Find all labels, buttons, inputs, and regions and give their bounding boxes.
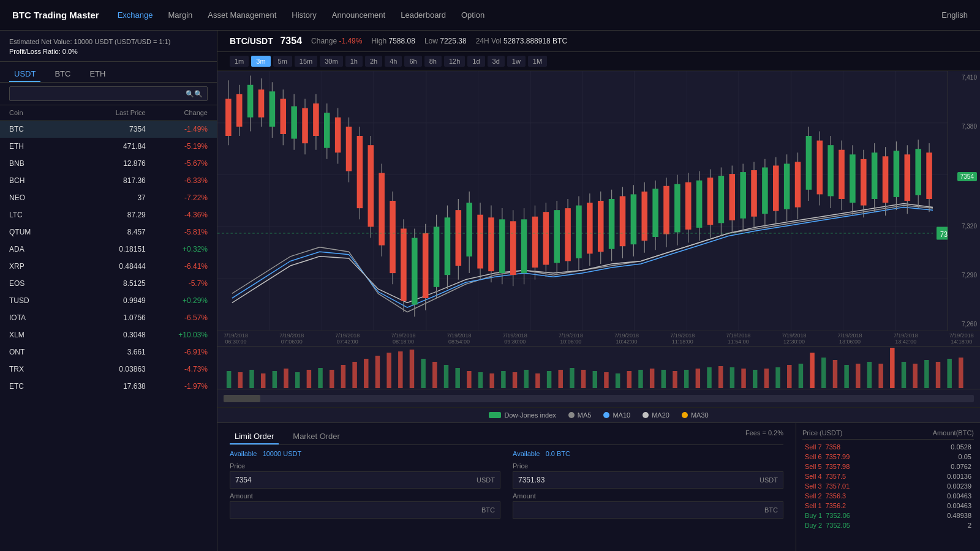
y-label-2: 7,380 [962, 123, 977, 130]
sell-amount-input[interactable] [513, 502, 760, 518]
ob-buy-price: 7352.05 [826, 522, 850, 529]
net-value-label: Estimated Net Value: 10000 USDT (USDT/US… [9, 37, 208, 48]
time-btn-15m[interactable]: 15m [295, 56, 317, 67]
change-label: Change -1.49% [311, 37, 362, 45]
coin-row[interactable]: NEO 37 -7.22% [0, 189, 217, 206]
coin-name: ADA [9, 245, 71, 253]
buy-price-input[interactable] [230, 472, 472, 488]
ob-sell-row[interactable]: Sell 57357.980.0762 [802, 462, 974, 471]
coin-row[interactable]: TUSD 0.9949 +0.29% [0, 292, 217, 309]
tab-market-order[interactable]: Market Order [288, 429, 345, 444]
time-btn-3d[interactable]: 3d [488, 56, 505, 67]
ob-sell-row[interactable]: Sell 17356.20.00463 [802, 501, 974, 511]
svg-rect-153 [238, 372, 243, 388]
ob-buy-row[interactable]: Buy 17352.060.48938 [802, 511, 974, 520]
coin-row[interactable]: ONT 3.661 -6.91% [0, 343, 217, 361]
tab-eth[interactable]: ETH [85, 67, 110, 82]
ob-buy-row[interactable]: Buy 27352.052 [802, 520, 974, 530]
sidebar-top: Estimated Net Value: 10000 USDT (USDT/US… [0, 31, 217, 62]
x-label: 7/19/2018 11:18:00 [670, 332, 695, 345]
coin-price: 0.9949 [71, 296, 146, 305]
time-btn-1w[interactable]: 1w [507, 56, 526, 67]
scroll-thumb[interactable] [224, 395, 260, 402]
time-btn-2h[interactable]: 2h [365, 56, 382, 67]
nav-margin[interactable]: Margin [168, 10, 193, 20]
language-selector[interactable]: English [941, 10, 968, 20]
tab-btc[interactable]: BTC [50, 67, 75, 82]
coin-row[interactable]: LTC 87.29 -4.36% [0, 206, 217, 223]
ob-sell-row[interactable]: Sell 773580.0528 [802, 442, 974, 452]
time-btn-8h[interactable]: 8h [424, 56, 442, 67]
time-btn-1m[interactable]: 1m [230, 56, 249, 67]
coin-name: NEO [9, 193, 71, 202]
coin-change: -4.73% [146, 365, 208, 373]
x-label: 7/19/2018 07:06:00 [279, 332, 304, 345]
time-btn-6h[interactable]: 6h [404, 56, 421, 67]
coin-row[interactable]: ETH 471.84 -5.19% [0, 138, 217, 155]
time-btn-3m[interactable]: 3m [251, 56, 270, 67]
coin-row[interactable]: BTC 7354 -1.49% [0, 121, 217, 138]
coin-row[interactable]: XLM 0.3048 +10.03% [0, 326, 217, 343]
nav-announcement[interactable]: Announcement [332, 10, 385, 20]
high-label: High 7588.08 [371, 37, 415, 45]
svg-rect-128 [817, 141, 823, 195]
tab-limit-order[interactable]: Limit Order [230, 429, 279, 444]
time-btn-4h[interactable]: 4h [385, 56, 402, 67]
tab-usdt[interactable]: USDT [9, 67, 40, 82]
header-coin: Coin [9, 109, 71, 116]
ma-item: MA20 [643, 411, 669, 419]
ob-sell-price: 7357.98 [826, 463, 850, 470]
time-btn-1h[interactable]: 1h [345, 56, 363, 67]
ob-sell-row[interactable]: Sell 37357.010.00239 [802, 481, 974, 491]
coin-row[interactable]: BNB 12.876 -5.67% [0, 155, 217, 172]
svg-rect-155 [261, 373, 265, 388]
ob-sell-amount: 0.0528 [951, 443, 971, 451]
scroll-track [224, 395, 974, 402]
svg-rect-158 [295, 372, 300, 388]
candlestick-chart[interactable]: 7354 [217, 71, 948, 331]
nav-option[interactable]: Option [461, 10, 484, 20]
coin-row[interactable]: XRP 0.48444 -6.41% [0, 258, 217, 275]
svg-rect-90 [609, 199, 615, 249]
buy-amount-input[interactable] [230, 502, 477, 518]
coin-name: XRP [9, 262, 71, 271]
nav-asset[interactable]: Asset Management [208, 10, 276, 20]
coin-row[interactable]: QTUM 8.457 -5.81% [0, 223, 217, 241]
search-input[interactable] [9, 86, 208, 101]
coin-row[interactable]: ADA 0.18151 +0.32% [0, 241, 217, 258]
time-btn-12h[interactable]: 12h [444, 56, 465, 67]
mini-scroll[interactable] [217, 389, 980, 407]
svg-rect-30 [281, 99, 287, 134]
svg-rect-201 [787, 365, 791, 388]
svg-rect-42 [346, 127, 352, 171]
time-buttons-bar: 1m3m5m15m30m1h2h4h6h8h12h1d3d1w1M [217, 52, 980, 71]
profit-ratio: Profit/Loss Ratio: 0.0% [9, 48, 208, 55]
time-btn-5m[interactable]: 5m [273, 56, 292, 67]
coin-row[interactable]: BCH 817.36 -6.33% [0, 172, 217, 189]
ob-sell-row[interactable]: Sell 27356.30.00463 [802, 491, 974, 501]
sell-amount-field: BTC [513, 501, 783, 519]
svg-rect-148 [926, 152, 932, 199]
svg-rect-104 [685, 182, 692, 230]
coin-row[interactable]: ETC 17.638 -1.97% [0, 378, 217, 395]
svg-rect-152 [227, 371, 231, 388]
content-area: BTC/USDT 7354 Change -1.49% High 7588.08… [217, 31, 980, 551]
svg-rect-215 [947, 359, 951, 388]
time-btn-1m[interactable]: 1M [528, 56, 547, 67]
nav-history[interactable]: History [292, 10, 316, 20]
svg-rect-118 [762, 167, 768, 214]
time-btn-30m[interactable]: 30m [320, 56, 342, 67]
coin-change: -6.91% [146, 348, 208, 356]
sell-available: Available 0.0 BTC [513, 450, 783, 457]
coin-name: LTC [9, 211, 71, 219]
nav-exchange[interactable]: Exchange [118, 10, 153, 20]
time-btn-1d[interactable]: 1d [467, 56, 484, 67]
ob-sell-row[interactable]: Sell 47357.50.00136 [802, 471, 974, 481]
ob-sell-row[interactable]: Sell 67357.990.05 [802, 452, 974, 462]
svg-rect-146 [915, 149, 921, 195]
coin-row[interactable]: IOTA 1.0756 -6.57% [0, 309, 217, 326]
coin-row[interactable]: EOS 8.5125 -5.7% [0, 275, 217, 292]
coin-row[interactable]: TRX 0.03863 -4.73% [0, 361, 217, 378]
nav-leaderboard[interactable]: Leaderboard [401, 10, 446, 20]
sell-price-input[interactable] [513, 472, 755, 488]
